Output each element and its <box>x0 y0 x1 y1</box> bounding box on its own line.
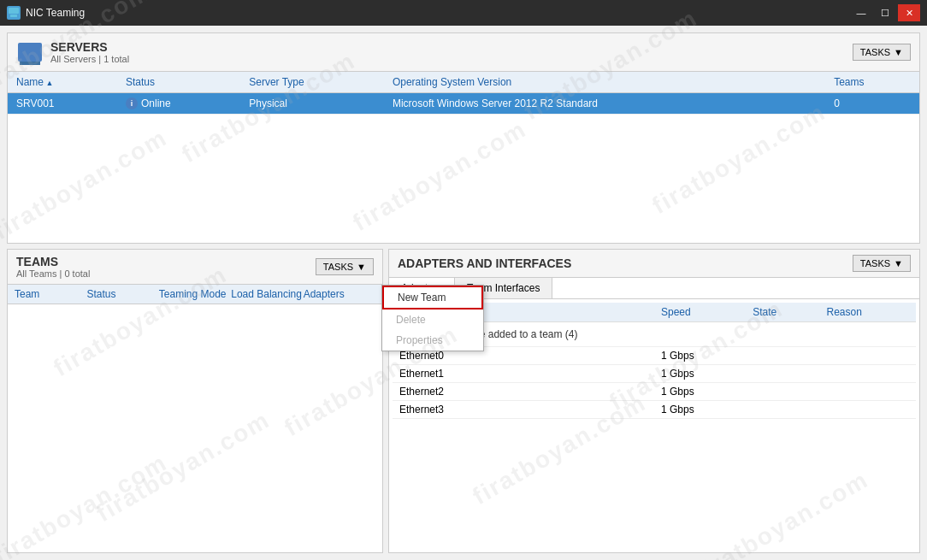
teams-header: TEAMS All Teams | 0 total TASKS ▼ <box>8 250 382 285</box>
cell-os: Microsoft Windows Server 2012 R2 Standar… <box>384 93 825 115</box>
servers-title-text: SERVERS All Servers | 1 total <box>50 40 129 64</box>
table-row[interactable]: Ethernet3 1 Gbps <box>393 401 916 419</box>
adapters-header: ADAPTERS AND INTERFACES TASKS ▼ <box>389 250 919 278</box>
svg-rect-1 <box>10 15 17 17</box>
adapter-speed: 1 Gbps <box>654 365 746 383</box>
servers-table: Name Status Server Type Operating System… <box>8 72 919 115</box>
dropdown-item-properties: Properties <box>382 330 483 351</box>
table-row[interactable]: Ethernet1 1 Gbps <box>393 365 916 383</box>
app-icon <box>7 6 21 20</box>
svg-rect-0 <box>9 8 19 14</box>
dropdown-item-delete: Delete <box>382 309 483 330</box>
teams-col-team: Team <box>15 288 86 300</box>
cell-teams: 0 <box>825 93 919 115</box>
adapter-reason <box>820 401 916 419</box>
teams-col-adapters: Adapters <box>304 288 375 300</box>
dropdown-item-new-team[interactable]: New Team <box>382 286 483 309</box>
title-bar-left: NIC Teaming <box>7 6 85 20</box>
adapter-speed: 1 Gbps <box>654 401 746 419</box>
teams-subheading: All Teams | 0 total <box>16 268 90 279</box>
teams-title-group: TEAMS All Teams | 0 total <box>16 255 90 279</box>
teams-columns: Team Status Teaming Mode Load Balancing … <box>8 285 382 304</box>
servers-panel: SERVERS All Servers | 1 total TASKS ▼ Na… <box>7 32 920 244</box>
adapters-col-state[interactable]: State <box>746 303 819 322</box>
tasks-dropdown-icon: ▼ <box>894 47 903 57</box>
tasks-dropdown-menu: New Team Delete Properties <box>381 285 484 351</box>
teams-panel: TEAMS All Teams | 0 total TASKS ▼ Team S… <box>7 249 383 553</box>
servers-table-header-row: Name Status Server Type Operating System… <box>8 72 919 93</box>
teams-col-status: Status <box>86 288 158 300</box>
servers-tasks-button[interactable]: TASKS ▼ <box>853 44 911 61</box>
servers-heading: SERVERS <box>50 40 129 54</box>
teams-tasks-dropdown-icon: ▼ <box>357 262 366 272</box>
adapter-reason <box>820 365 916 383</box>
adapters-col-reason[interactable]: Reason <box>820 303 916 322</box>
online-icon: i <box>126 97 138 109</box>
adapters-title-group: ADAPTERS AND INTERFACES <box>398 256 571 270</box>
cell-name: SRV001 <box>8 93 117 115</box>
adapters-tasks-button[interactable]: TASKS ▼ <box>853 255 911 272</box>
adapter-state <box>746 401 819 419</box>
col-teams[interactable]: Teams <box>825 72 919 93</box>
close-button[interactable]: ✕ <box>898 4 920 21</box>
teams-col-teaming-mode: Teaming Mode <box>159 288 231 300</box>
adapter-state <box>746 347 819 365</box>
teams-tasks-button[interactable]: TASKS ▼ <box>316 258 374 275</box>
servers-title-group: SERVERS All Servers | 1 total <box>16 38 129 66</box>
servers-table-wrap: Name Status Server Type Operating System… <box>8 72 919 243</box>
col-name[interactable]: Name <box>8 72 117 93</box>
adapter-state <box>746 383 819 401</box>
col-server-type[interactable]: Server Type <box>240 72 384 93</box>
table-row[interactable]: Ethernet2 1 Gbps <box>393 383 916 401</box>
cell-status: i Online <box>117 93 240 115</box>
servers-header: SERVERS All Servers | 1 total TASKS ▼ <box>8 33 919 72</box>
teams-table-wrap <box>8 304 382 552</box>
adapter-state <box>746 365 819 383</box>
adapter-name: Ethernet1 <box>393 365 654 383</box>
adapters-col-speed[interactable]: Speed <box>654 303 746 322</box>
col-status[interactable]: Status <box>117 72 240 93</box>
adapter-name: Ethernet3 <box>393 401 654 419</box>
window-title: NIC Teaming <box>26 7 85 19</box>
cell-server-type: Physical <box>240 93 384 115</box>
adapters-tasks-dropdown-icon: ▼ <box>894 258 903 268</box>
adapter-reason <box>820 383 916 401</box>
servers-icon <box>16 38 44 66</box>
table-row[interactable]: SRV001 i Online Physical Microsoft Windo… <box>8 93 919 115</box>
adapter-speed: 1 Gbps <box>654 383 746 401</box>
adapters-heading: ADAPTERS AND INTERFACES <box>398 256 571 270</box>
minimize-button[interactable]: — <box>850 4 872 21</box>
adapter-name: Ethernet2 <box>393 383 654 401</box>
col-os-version[interactable]: Operating System Version <box>384 72 825 93</box>
maximize-button[interactable]: ☐ <box>874 4 896 21</box>
adapter-reason <box>820 347 916 365</box>
adapter-speed: 1 Gbps <box>654 347 746 365</box>
teams-heading: TEAMS <box>16 255 90 268</box>
window-controls: — ☐ ✕ <box>850 4 920 21</box>
servers-subheading: All Servers | 1 total <box>50 54 129 64</box>
title-bar: NIC Teaming — ☐ ✕ <box>0 0 927 26</box>
teams-col-load-balancing: Load Balancing <box>231 288 303 300</box>
